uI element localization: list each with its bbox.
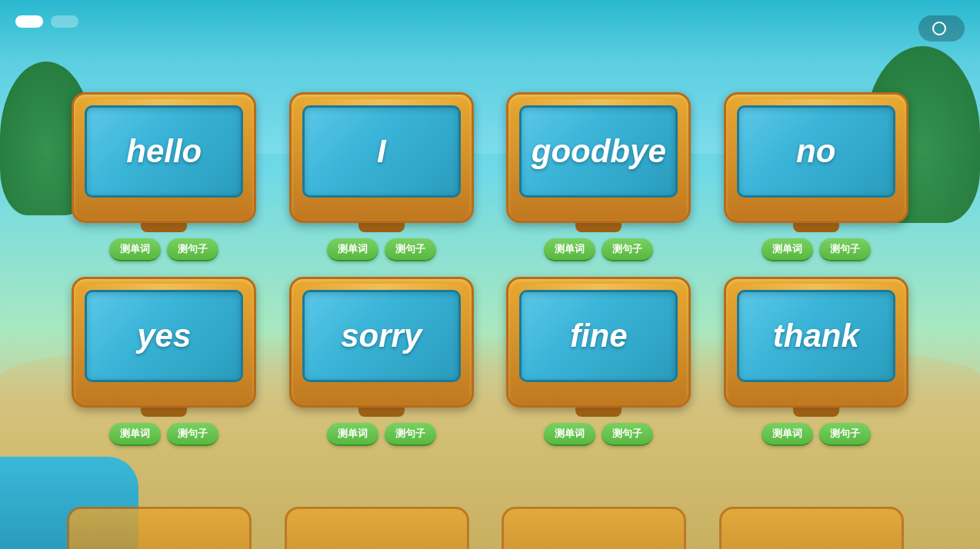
card-screen: fine (519, 290, 678, 382)
card-buttons: 测单词 测句子 (544, 423, 653, 446)
test-sentence-button[interactable]: 测句子 (167, 423, 218, 446)
card-screen: sorry (302, 290, 461, 382)
card-buttons: 测单词 测句子 (109, 423, 218, 446)
card-handle (141, 221, 187, 232)
test-word-button[interactable]: 测单词 (327, 238, 378, 261)
test-sentence-button[interactable]: 测句子 (819, 423, 871, 446)
card-frame: goodbye (506, 92, 691, 223)
card-word: hello (126, 133, 202, 170)
word-card-2-3: thank 测单词 测句子 (719, 277, 914, 446)
card-handle (575, 406, 622, 417)
test-sentence-button[interactable]: 测句子 (167, 238, 218, 261)
card-handle (141, 406, 187, 417)
word-card-1-1: I 测单词 测句子 (285, 92, 479, 261)
card-handle (575, 221, 622, 232)
test-sentence-button[interactable]: 测句子 (385, 423, 436, 446)
card-word: goodbye (532, 133, 666, 170)
card-buttons: 测单词 测句子 (109, 238, 218, 261)
tab-volume-up[interactable] (15, 15, 43, 28)
word-card-1-0: hello 测单词 测句子 (67, 92, 262, 261)
card-screen: no (737, 105, 895, 198)
card-frame: I (289, 92, 474, 223)
test-word-button[interactable]: 测单词 (762, 423, 813, 446)
word-card-2-1: sorry 测单词 测句子 (285, 277, 479, 446)
card-frame: thank (724, 277, 908, 408)
card-frame: yes (72, 277, 256, 408)
card-buttons: 测单词 测句子 (327, 423, 436, 446)
card-word: thank (773, 318, 859, 354)
test-word-button[interactable]: 测单词 (544, 238, 595, 261)
card-word: I (377, 133, 386, 170)
word-card-1-3: no 测单词 测句子 (719, 92, 914, 261)
return-icon (932, 22, 946, 35)
card-frame: fine (506, 277, 691, 408)
card-screen: thank (737, 290, 895, 382)
nav-bar (15, 15, 78, 28)
tab-volume-down[interactable] (51, 15, 78, 28)
partial-card-1 (67, 507, 252, 549)
test-sentence-button[interactable]: 测句子 (602, 238, 653, 261)
word-card-1-2: goodbye 测单词 测句子 (502, 92, 696, 261)
card-handle (358, 221, 405, 232)
test-word-button[interactable]: 测单词 (544, 423, 595, 446)
partial-row (67, 507, 913, 549)
word-card-2-2: fine 测单词 测句子 (502, 277, 696, 446)
test-sentence-button[interactable]: 测句子 (602, 423, 653, 446)
card-word: fine (570, 318, 628, 354)
partial-card-2 (285, 507, 469, 549)
card-buttons: 测单词 测句子 (327, 238, 436, 261)
cards-grid: hello 测单词 测句子 I 测单词 测句子 goodbye 测单词 测句子 (67, 92, 913, 446)
card-word: yes (137, 318, 191, 354)
card-frame: no (724, 92, 908, 223)
card-screen: goodbye (519, 105, 678, 198)
card-buttons: 测单词 测句子 (762, 238, 871, 261)
partial-card-3 (502, 507, 686, 549)
test-word-button[interactable]: 测单词 (762, 238, 813, 261)
test-word-button[interactable]: 测单词 (109, 423, 161, 446)
word-card-2-0: yes 测单词 测句子 (67, 277, 262, 446)
card-handle (793, 221, 839, 232)
test-sentence-button[interactable]: 测句子 (819, 238, 871, 261)
test-word-button[interactable]: 测单词 (327, 423, 378, 446)
card-buttons: 测单词 测句子 (762, 423, 871, 446)
test-sentence-button[interactable]: 测句子 (385, 238, 436, 261)
card-word: no (796, 133, 835, 170)
card-word: sorry (341, 318, 422, 354)
card-handle (358, 406, 405, 417)
test-word-button[interactable]: 测单词 (109, 238, 161, 261)
card-frame: hello (72, 92, 256, 223)
card-frame: sorry (289, 277, 474, 408)
return-button[interactable] (918, 15, 965, 42)
card-buttons: 测单词 测句子 (544, 238, 653, 261)
partial-card-4 (719, 507, 904, 549)
card-screen: yes (85, 290, 243, 382)
card-screen: hello (85, 105, 243, 198)
card-screen: I (302, 105, 461, 198)
card-handle (793, 406, 839, 417)
